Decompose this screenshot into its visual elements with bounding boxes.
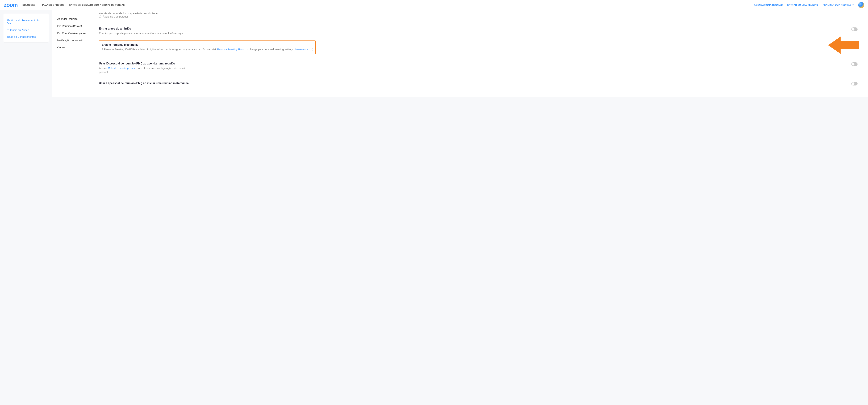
desc-part-a: Acesse bbox=[99, 66, 108, 69]
setting-text: Usar ID pessoal de reunião (PMI) ao agen… bbox=[99, 62, 196, 74]
toggle-join-before-host[interactable] bbox=[851, 27, 858, 31]
subnav-schedule[interactable]: Agendar Reunião bbox=[57, 15, 99, 22]
nav-solutions[interactable]: SOLUÇÕES ▾ bbox=[23, 4, 37, 6]
highlight-box: Enable Personal Meeting ID A Personal Me… bbox=[99, 40, 316, 55]
toggle-enable-pmi[interactable] bbox=[851, 41, 858, 44]
header-right: AGENDAR UMA REUNIÃO ENTRAR EM UMA REUNIÃ… bbox=[754, 2, 864, 8]
avatar[interactable] bbox=[858, 2, 864, 8]
link-personal-meeting-room-pt[interactable]: Sala de reunião pessoal bbox=[108, 66, 136, 69]
setting-desc: Permite que os participantes entrem na r… bbox=[99, 31, 184, 35]
settings-subnav: Agendar Reunião Em Reunião (Básico) Em R… bbox=[57, 10, 99, 90]
nav-plans[interactable]: PLANOS E PREÇOS bbox=[42, 4, 64, 6]
setting-title: Usar ID pessoal de reunião (PMI) ao agen… bbox=[99, 62, 196, 65]
nav-contact-sales[interactable]: ENTRE EM CONTATO COM A EQUIPE DE VENDAS bbox=[69, 4, 125, 6]
setting-desc: A Personal Meeting ID (PMI) is a 9 to 11… bbox=[102, 48, 313, 52]
subnav-email-notification[interactable]: Notificação por e-mail bbox=[57, 37, 99, 44]
toggle-use-pmi-schedule[interactable] bbox=[851, 62, 858, 66]
nav-solutions-label: SOLUÇÕES bbox=[23, 4, 36, 6]
page-body: Participe do Treinamento Ao Vivo Tutoria… bbox=[0, 10, 868, 405]
subnav-in-meeting-basic[interactable]: Em Reunião (Básico) bbox=[57, 22, 99, 30]
chevron-down-icon: ▾ bbox=[36, 4, 37, 6]
sidebar-link-knowledge[interactable]: Base de Conhecimentos bbox=[7, 35, 45, 38]
setting-enable-pmi: Enable Personal Meeting ID A Personal Me… bbox=[99, 39, 858, 58]
settings-column: através de um nº de Audio que não fazem … bbox=[99, 10, 868, 90]
cta-schedule-meeting[interactable]: AGENDAR UMA REUNIÃO bbox=[754, 4, 783, 6]
zoom-logo[interactable]: zoom bbox=[4, 2, 18, 8]
highlight-wrap: Enable Personal Meeting ID A Personal Me… bbox=[99, 39, 858, 58]
header-bar: zoom SOLUÇÕES ▾ PLANOS E PREÇOS ENTRE EM… bbox=[0, 0, 868, 10]
sidebar-link-tutorials[interactable]: Tutoriais em Vídeo bbox=[7, 28, 45, 31]
content-area: Agendar Reunião Em Reunião (Básico) Em R… bbox=[52, 10, 868, 96]
setting-text: Usar ID pessoal de reunião (PMI) ao inic… bbox=[99, 82, 189, 86]
radio-icon bbox=[99, 16, 101, 18]
radio-label: Áudio do Computador bbox=[103, 15, 128, 18]
setting-use-pmi-schedule: Usar ID pessoal de reunião (PMI) ao agen… bbox=[99, 58, 858, 78]
cta-host-meeting[interactable]: REALIZAR UMA REUNIÃO ▾ bbox=[823, 4, 854, 6]
chevron-down-icon: ▾ bbox=[852, 4, 854, 6]
setting-title: Entrar antes do anfitrião bbox=[99, 27, 184, 30]
truncated-prev-desc: através de um nº de Audio que não fazem … bbox=[99, 12, 858, 15]
help-card: Participe do Treinamento Ao Vivo Tutoria… bbox=[3, 13, 49, 42]
link-learn-more[interactable]: Learn more bbox=[295, 48, 308, 51]
sidebar-link-training[interactable]: Participe do Treinamento Ao Vivo bbox=[7, 19, 45, 25]
content-inner: Agendar Reunião Em Reunião (Básico) Em R… bbox=[52, 10, 868, 90]
cta-join-meeting[interactable]: ENTRAR EM UMA REUNIÃO bbox=[787, 4, 818, 6]
help-sidebar: Participe do Treinamento Ao Vivo Tutoria… bbox=[0, 10, 49, 46]
setting-text: Entrar antes do anfitrião Permite que os… bbox=[99, 27, 184, 35]
setting-join-before-host: Entrar antes do anfitrião Permite que os… bbox=[99, 23, 858, 39]
toggle-use-pmi-instant[interactable] bbox=[851, 82, 858, 85]
setting-use-pmi-instant: Usar ID pessoal de reunião (PMI) ao inic… bbox=[99, 78, 858, 90]
header-left: zoom SOLUÇÕES ▾ PLANOS E PREÇOS ENTRE EM… bbox=[4, 2, 125, 8]
setting-desc: Acesse Sala de reunião pessoal para alte… bbox=[99, 66, 196, 74]
radio-computer-audio[interactable]: Áudio do Computador bbox=[99, 15, 858, 18]
subnav-in-meeting-advanced[interactable]: Em Reunião (Avançado) bbox=[57, 30, 99, 37]
cta-host-label: REALIZAR UMA REUNIÃO bbox=[823, 4, 851, 6]
subnav-others[interactable]: Outros bbox=[57, 44, 99, 51]
desc-part-a: A Personal Meeting ID (PMI) is a 9 to 11… bbox=[102, 48, 217, 51]
desc-part-b: to change your personal meeting settings… bbox=[245, 48, 295, 51]
modified-badge-icon: ⧉ bbox=[310, 48, 313, 51]
setting-title: Enable Personal Meeting ID bbox=[102, 43, 313, 47]
link-personal-meeting-room[interactable]: Personal Meeting Room bbox=[217, 48, 245, 51]
setting-title: Usar ID pessoal de reunião (PMI) ao inic… bbox=[99, 82, 189, 85]
